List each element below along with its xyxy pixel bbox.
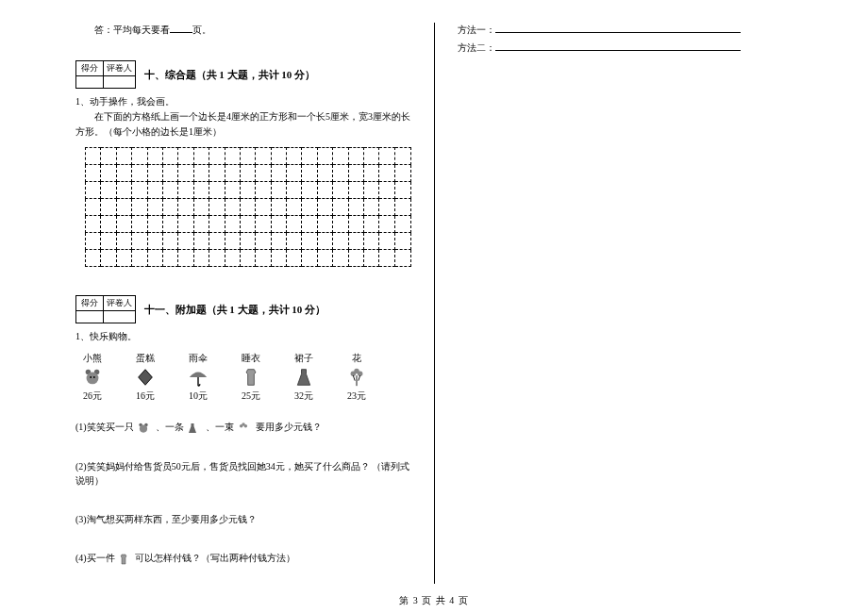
svg-point-8 — [354, 369, 359, 374]
item-name: 花 — [340, 352, 374, 365]
shop-table: 小熊 蛋糕 雨伞 睡衣 裙子 花 — [75, 352, 411, 403]
section-11-header: 得分 评卷人 十一、附加题（共 1 大题，共计 10 分） — [75, 295, 411, 323]
flower-icon — [344, 367, 369, 388]
item-name: 蛋糕 — [128, 352, 162, 365]
item-price: 10元 — [181, 389, 215, 403]
dotted-grid — [85, 147, 411, 267]
item-name: 小熊 — [75, 352, 109, 365]
svg-point-14 — [140, 424, 147, 432]
shop-row-icons — [75, 367, 411, 388]
page-footer: 第 3 页 共 4 页 — [0, 594, 868, 607]
svg-line-11 — [359, 375, 360, 381]
section-10-title: 十、综合题（共 1 大题，共计 10 分） — [144, 68, 316, 82]
sec10-q1-label: 1、动手操作，我会画。 — [75, 94, 411, 109]
sec10-q1-body: 在下面的方格纸上画一个边长是4厘米的正方形和一个长5厘米，宽3厘米的长方形。（每… — [75, 109, 411, 140]
umbrella-icon — [186, 367, 210, 388]
item-price: 32元 — [287, 389, 321, 403]
sub4-a: (4)买一件 — [75, 553, 115, 563]
grader-cell — [104, 311, 136, 323]
method-1: 方法一： — [458, 23, 793, 37]
score-box: 得分 评卷人 — [75, 295, 136, 323]
sub1-c: 、一束 — [206, 422, 234, 432]
right-column: 方法一： 方法二： — [435, 23, 793, 584]
grader-cell — [104, 76, 136, 89]
shop-row-prices: 26元 16元 10元 25元 32元 23元 — [75, 389, 411, 403]
prev-answer-line: 答：平均每天要看页。 — [75, 23, 411, 38]
item-name: 睡衣 — [234, 352, 268, 365]
svg-point-4 — [93, 376, 95, 378]
section-11-title: 十一、附加题（共 1 大题，共计 10 分） — [144, 303, 326, 317]
sub1-d: 要用多少元钱？ — [256, 422, 322, 432]
blank-line — [170, 23, 192, 33]
item-name: 雨伞 — [181, 352, 215, 365]
skirt-icon — [292, 367, 316, 388]
skirt-icon — [187, 422, 202, 435]
sub1-a: (1)笑笑买一只 — [75, 422, 134, 432]
item-price: 26元 — [75, 389, 109, 403]
grader-label: 评卷人 — [104, 61, 136, 76]
method-2: 方法二： — [458, 41, 793, 55]
score-cell — [76, 311, 104, 323]
sec11-sub2: (2)笑笑妈妈付给售货员50元后，售货员找回她34元，她买了什么商品？ （请列式… — [75, 459, 411, 488]
blank-line — [495, 23, 741, 33]
sub1-b: 、一条 — [156, 422, 184, 432]
answer-suffix: 页。 — [192, 25, 211, 35]
item-price: 23元 — [340, 389, 374, 403]
bear-icon — [80, 367, 105, 388]
score-label: 得分 — [76, 296, 104, 311]
grader-label: 评卷人 — [104, 296, 136, 311]
blank-line — [495, 41, 741, 51]
bear-icon — [137, 422, 152, 435]
item-price: 25元 — [234, 389, 268, 403]
svg-point-2 — [87, 373, 99, 385]
sub4-b: 可以怎样付钱？（写出两种付钱方法） — [135, 553, 295, 563]
svg-point-3 — [90, 376, 92, 378]
method2-label: 方法二： — [458, 42, 495, 53]
flower-icon — [237, 422, 252, 435]
sec11-sub3: (3)淘气想买两样东西，至少要用多少元钱？ — [75, 512, 411, 526]
shop-row-names: 小熊 蛋糕 雨伞 睡衣 裙子 花 — [75, 352, 411, 365]
svg-line-10 — [353, 375, 355, 381]
item-name: 裙子 — [287, 352, 321, 365]
score-box: 得分 评卷人 — [75, 60, 136, 89]
answer-prefix: 答：平均每天要看 — [94, 25, 170, 35]
score-label: 得分 — [76, 61, 104, 76]
sec11-q1-label: 1、快乐购物。 — [75, 329, 411, 344]
score-cell — [76, 76, 104, 89]
method1-label: 方法一： — [458, 25, 495, 35]
sec11-sub4: (4)买一件 可以怎样付钱？（写出两种付钱方法） — [75, 551, 411, 568]
pajama-icon — [239, 367, 263, 388]
item-price: 16元 — [128, 389, 162, 403]
pajama-icon — [118, 551, 131, 568]
sec11-sub1: (1)笑笑买一只 、一条 、一束 要用多少元钱？ — [75, 420, 411, 435]
section-10-header: 得分 评卷人 十、综合题（共 1 大题，共计 10 分） — [75, 60, 411, 89]
svg-point-17 — [242, 422, 245, 426]
cake-icon — [133, 367, 158, 388]
left-column: 答：平均每天要看页。 得分 评卷人 十、综合题（共 1 大题，共计 10 分） … — [75, 23, 435, 584]
